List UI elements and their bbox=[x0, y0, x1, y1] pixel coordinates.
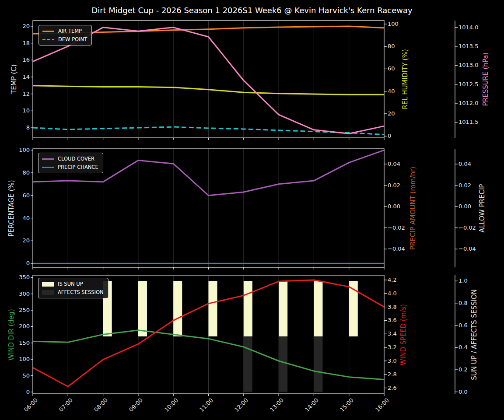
is-sun-up-bar bbox=[173, 281, 182, 336]
is-sun-up-bar bbox=[314, 281, 322, 336]
is-sun-up-bar bbox=[279, 281, 287, 336]
is-sun-up-bar bbox=[138, 281, 147, 336]
is-sun-up-bar bbox=[103, 281, 112, 336]
affects-session-bar bbox=[244, 336, 252, 392]
is-sun-up-bar bbox=[209, 281, 217, 336]
affects-session-bar bbox=[279, 336, 287, 392]
charts-canvas bbox=[0, 0, 504, 420]
affects-session-bar bbox=[314, 336, 322, 392]
weather-forecast-figure: Dirt Midget Cup - 2026 Season 1 2026S1 W… bbox=[0, 0, 504, 420]
is-sun-up-bar bbox=[244, 281, 252, 336]
